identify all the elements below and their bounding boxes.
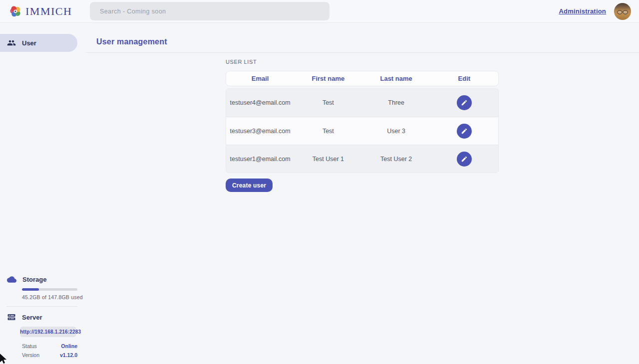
pencil-icon [461,156,468,163]
table-row: testuser3@email.com Test User 3 [226,117,498,145]
create-user-button[interactable]: Create user [226,179,273,192]
main-panel: User management USER LIST Email First na… [85,23,639,364]
page-title: User management [96,37,639,46]
edit-user-button[interactable] [457,152,472,167]
cell-last-name: Three [362,99,430,106]
cell-email: testuser1@email.com [226,156,294,163]
edit-user-button[interactable] [457,124,472,139]
server-status-row: Status Online [22,343,77,349]
server-section-header: Server [0,313,85,322]
server-title: Server [22,314,42,321]
cell-last-name: Test User 2 [362,156,430,163]
status-value: Online [61,343,77,349]
storage-title: Storage [22,276,46,283]
table-row: testuser4@email.com Test Three [226,89,498,117]
table-row: testuser1@email.com Test User 1 Test Use… [226,145,498,173]
column-header-last-name: Last name [362,75,430,82]
user-avatar[interactable] [614,3,631,20]
cell-first-name: Test [294,99,362,106]
brand-wordmark: IMMICH [25,5,72,18]
version-value: v1.12.0 [60,352,77,358]
column-header-first-name: First name [294,75,362,82]
cell-last-name: User 3 [362,128,430,135]
search-input[interactable] [90,2,329,20]
sidebar-status-panel: Storage 45.2GB of 147.8GB used Server ht… [0,275,85,364]
immich-flower-logo-icon [9,5,22,18]
cloud-icon [7,275,16,284]
table-header-row: Email First name Last name Edit [226,71,499,86]
cell-email: testuser4@email.com [226,99,294,106]
top-navbar: IMMICH Administration [0,0,639,23]
column-header-email: Email [226,75,294,82]
mouse-cursor [0,354,8,364]
version-label: Version [22,352,39,358]
storage-progress-fill [22,288,39,291]
user-list-label: USER LIST [226,59,639,65]
sidebar-divider [6,306,77,307]
table-body: testuser4@email.com Test Three testuser3… [226,88,499,173]
page-header: User management [85,23,639,53]
sidebar-item-user-label: User [22,39,36,47]
pencil-icon [461,99,468,106]
sidebar: User Storage 45.2GB of 147.8GB used [0,23,85,364]
storage-usage-text: 45.2GB of 147.8GB used [22,294,85,300]
users-icon [7,38,16,47]
user-management-content: USER LIST Email First name Last name Edi… [85,53,639,192]
status-label: Status [22,343,37,349]
cell-email: testuser3@email.com [226,128,294,135]
user-table: Email First name Last name Edit testuser… [226,71,499,173]
search-bar [90,2,329,20]
pencil-icon [461,128,468,135]
sidebar-item-user[interactable]: User [0,34,77,52]
edit-user-button[interactable] [457,95,472,110]
server-version-row: Version v1.12.0 [22,352,77,358]
storage-section-header: Storage [0,275,85,284]
server-icon [7,313,16,322]
navbar-right: Administration [559,3,639,20]
immich-brand[interactable]: IMMICH [9,5,72,18]
glasses-photo-detail [617,9,629,15]
storage-progress-bar [22,288,77,291]
cell-first-name: Test User 1 [294,156,362,163]
column-header-edit: Edit [430,75,498,82]
server-url-badge: http://192.168.1.216:2283 [20,327,76,337]
administration-link[interactable]: Administration [559,7,606,15]
cell-first-name: Test [294,128,362,135]
